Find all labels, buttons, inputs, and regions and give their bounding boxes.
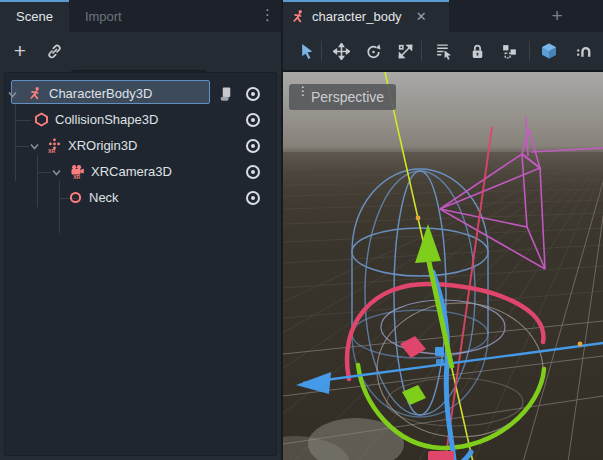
- neck-node-icon: [68, 190, 83, 205]
- move-mode-button[interactable]: [329, 39, 353, 63]
- dock-menu-icon[interactable]: ⋮: [260, 6, 275, 24]
- tab-scene-label: Scene: [16, 9, 53, 24]
- godot-editor: Scene Import ⋮ +: [0, 0, 603, 460]
- visibility-toggle-icon[interactable]: [243, 111, 263, 129]
- cursor-arrow-icon: [299, 43, 316, 60]
- move-icon: [333, 43, 350, 60]
- perspective-dots-icon: ⋮: [297, 88, 309, 95]
- perspective-label: Perspective: [311, 89, 384, 105]
- select-mode-button[interactable]: [295, 39, 319, 63]
- node-label: CollisionShape3D: [55, 112, 158, 127]
- tree-row-characterbody3d[interactable]: CharacterBody3D: [5, 81, 276, 107]
- node-label: Neck: [89, 190, 119, 205]
- collapse-chevron-icon[interactable]: [52, 168, 61, 177]
- lock-button[interactable]: [465, 39, 489, 63]
- node-label: XROrigin3D: [68, 138, 137, 153]
- tab-import[interactable]: Import: [69, 0, 138, 32]
- rotate-icon: [365, 43, 382, 60]
- tree-row-neck[interactable]: Neck: [5, 185, 276, 211]
- scene-tab-label: character_body: [312, 9, 402, 24]
- visibility-toggle-icon[interactable]: [243, 137, 263, 155]
- tab-import-label: Import: [85, 9, 122, 24]
- tree-row-xrcamera3d[interactable]: XR XRCamera3D: [5, 159, 276, 185]
- tree-row-xrorigin3d[interactable]: XR XROrigin3D: [5, 133, 276, 159]
- add-node-button[interactable]: +: [8, 39, 32, 63]
- svg-text:XR: XR: [73, 174, 80, 179]
- main-viewport-panel: character_body ✕ +: [283, 0, 603, 460]
- viewport-3d[interactable]: ⋮ Perspective: [283, 70, 603, 460]
- close-tab-icon[interactable]: ✕: [416, 9, 427, 24]
- script-attached-icon[interactable]: [219, 87, 234, 102]
- svg-text:XR: XR: [48, 148, 55, 153]
- local-space-cube-icon: [540, 42, 558, 60]
- scene-tab-character-body[interactable]: character_body ✕: [283, 0, 449, 32]
- magnet-snap-icon: [575, 43, 592, 60]
- scene-tree: CharacterBody3D CollisionShape3D: [4, 72, 277, 456]
- group-selected-nodes-icon: [501, 43, 518, 60]
- viewport-toolbar: [283, 32, 603, 70]
- xr-camera-3d-icon: XR: [70, 164, 85, 179]
- toolbar-separator: [321, 41, 322, 61]
- node-label: XRCamera3D: [91, 164, 172, 179]
- horizon-fade: [283, 152, 603, 207]
- collision-shape-3d-icon: [34, 112, 49, 127]
- group-button[interactable]: [497, 39, 521, 63]
- local-space-toggle[interactable]: [537, 39, 561, 63]
- tab-scene[interactable]: Scene: [0, 0, 69, 32]
- scene-dock-tabbar: Scene Import ⋮: [0, 0, 281, 32]
- perspective-menu-button[interactable]: ⋮ Perspective: [289, 84, 396, 110]
- visibility-toggle-icon[interactable]: [243, 189, 263, 207]
- collapse-chevron-icon[interactable]: [8, 90, 17, 99]
- visibility-toggle-icon[interactable]: [243, 163, 263, 181]
- instance-scene-button[interactable]: [42, 39, 66, 63]
- new-scene-tab-button[interactable]: +: [545, 4, 569, 28]
- node-label: CharacterBody3D: [49, 86, 152, 101]
- xr-origin-3d-icon: XR: [47, 138, 62, 153]
- character-body-3d-icon: [291, 9, 306, 24]
- scale-icon: [397, 43, 414, 60]
- character-body-3d-icon: [28, 86, 43, 101]
- list-select-icon: [435, 43, 452, 60]
- toolbar-separator: [529, 41, 530, 61]
- list-select-button[interactable]: [431, 39, 455, 63]
- snap-toggle[interactable]: [571, 39, 595, 63]
- collapse-chevron-icon[interactable]: [30, 142, 39, 151]
- lock-icon: [469, 43, 486, 60]
- rotate-mode-button[interactable]: [361, 39, 385, 63]
- link-icon: [46, 43, 63, 60]
- scale-handle-red-cube[interactable]: [428, 451, 454, 460]
- scene-toolbar: +: [0, 32, 281, 70]
- tree-row-collisionshape3d[interactable]: CollisionShape3D: [5, 107, 276, 133]
- x-axis-arrowhead[interactable]: [296, 372, 331, 394]
- scene-tabs-bar: character_body ✕ +: [283, 0, 603, 32]
- scale-mode-button[interactable]: [393, 39, 417, 63]
- toolbar-separator: [421, 41, 422, 61]
- viewport-gizmos: [283, 72, 603, 460]
- plane-handle-green[interactable]: [402, 385, 426, 405]
- scene-dock: Scene Import ⋮ +: [0, 0, 281, 460]
- visibility-toggle-icon[interactable]: [243, 85, 263, 103]
